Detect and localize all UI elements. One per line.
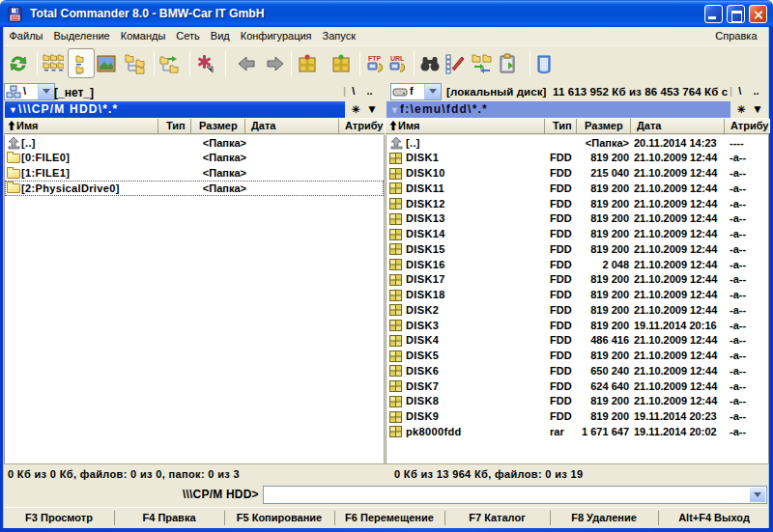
svg-text:URL: URL [390,55,405,62]
svg-text:FTP: FTP [368,55,382,62]
